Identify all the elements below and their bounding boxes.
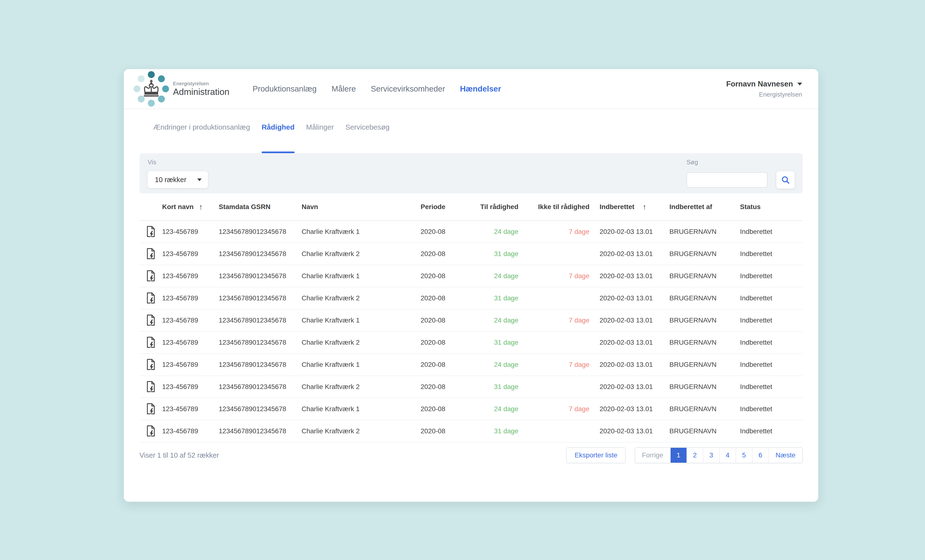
cell-stamdata-gsrn: 123456789012345678	[214, 294, 297, 302]
column-periode: Periode	[416, 203, 482, 211]
sort-ascending-arrow-icon[interactable]: ↑	[199, 203, 203, 211]
rows-per-page-select[interactable]: 10 rækker	[148, 171, 208, 188]
cell-indberettet: 2020-02-03 13.01	[591, 405, 665, 413]
cell-navn: Charlie Kraftværk 2	[297, 250, 416, 258]
main-card: Energistyrelsen Administration Produktio…	[124, 69, 818, 502]
cell-kort-navn: 123-456789	[158, 405, 214, 413]
raadighed-table: Kort navn ↑ Stamdata GSRN Navn Periode T…	[140, 193, 803, 443]
cell-kort-navn: 123-456789	[158, 339, 214, 346]
table-row[interactable]: 123-456789 123456789012345678 Charlie Kr…	[140, 332, 803, 354]
tab-maalinger[interactable]: Målinger	[306, 123, 334, 153]
row-icon-cell	[140, 292, 158, 304]
main-nav: Produktionsanlæg Målere Servicevirksomhe…	[252, 84, 501, 93]
cell-periode: 2020-08	[416, 383, 482, 391]
cell-periode: 2020-08	[416, 361, 482, 369]
nav-item-produktionsanlaeg[interactable]: Produktionsanlæg	[252, 84, 316, 93]
nav-item-maalere[interactable]: Målere	[331, 84, 356, 93]
cell-til-raadighed: 31 dage	[482, 294, 520, 302]
brand-text: Energistyrelsen Administration	[173, 81, 229, 97]
cell-stamdata-gsrn: 123456789012345678	[214, 228, 297, 236]
pagination-page-6[interactable]: 6	[752, 448, 768, 463]
cell-ikke-til-raadighed: 7 dage	[520, 361, 591, 369]
nav-item-haendelser[interactable]: Hændelser	[460, 84, 501, 93]
production-plant-document-icon	[146, 248, 156, 260]
table-header-row: Kort navn ↑ Stamdata GSRN Navn Periode T…	[140, 193, 803, 221]
cell-status: Indberettet	[735, 272, 803, 280]
cell-indberettet-af: BRUGERNAVN	[665, 405, 735, 413]
pagination-page-5[interactable]: 5	[736, 448, 752, 463]
pagination-page-4[interactable]: 4	[719, 448, 736, 463]
search-button[interactable]	[776, 171, 795, 188]
cell-navn: Charlie Kraftværk 2	[297, 383, 416, 391]
cell-indberettet: 2020-02-03 13.01	[591, 361, 665, 369]
pagination-page-3[interactable]: 3	[703, 448, 719, 463]
tab-raadighed[interactable]: Rådighed	[262, 123, 295, 153]
column-indberettet-af: Indberettet af	[665, 203, 735, 211]
column-indberettet-label: Indberettet	[600, 203, 634, 211]
table-row[interactable]: 123-456789 123456789012345678 Charlie Kr…	[140, 310, 803, 332]
sort-ascending-arrow-icon[interactable]: ↑	[643, 203, 646, 211]
cell-til-raadighed: 31 dage	[482, 427, 520, 435]
cell-status: Indberettet	[735, 383, 803, 391]
production-plant-document-icon	[146, 226, 156, 238]
pagination-page-1[interactable]: 1	[670, 448, 687, 463]
user-menu[interactable]: Fornavn Navnesen	[726, 80, 802, 89]
cell-periode: 2020-08	[416, 316, 482, 324]
row-icon-cell	[140, 270, 158, 282]
filter-panel: Vis 10 rækker Søg	[140, 153, 803, 193]
table-row[interactable]: 123-456789 123456789012345678 Charlie Kr…	[140, 420, 803, 443]
cell-periode: 2020-08	[416, 405, 482, 413]
cell-kort-navn: 123-456789	[158, 250, 214, 258]
table-row[interactable]: 123-456789 123456789012345678 Charlie Kr…	[140, 398, 803, 420]
energistyrelsen-logo[interactable]: Energistyrelsen Administration	[133, 71, 229, 107]
column-kort-navn[interactable]: Kort navn ↑	[158, 203, 214, 211]
column-til-raadighed: Til rådighed	[482, 203, 520, 211]
table-row[interactable]: 123-456789 123456789012345678 Charlie Kr…	[140, 243, 803, 265]
search-group: Søg	[687, 158, 795, 188]
cell-stamdata-gsrn: 123456789012345678	[214, 361, 297, 369]
row-icon-cell	[140, 358, 158, 371]
nav-item-servicevirksomheder[interactable]: Servicevirksomheder	[371, 84, 445, 93]
table-row[interactable]: 123-456789 123456789012345678 Charlie Kr…	[140, 221, 803, 243]
table-row[interactable]: 123-456789 123456789012345678 Charlie Kr…	[140, 354, 803, 376]
table-body: 123-456789 123456789012345678 Charlie Kr…	[140, 221, 803, 443]
table-row[interactable]: 123-456789 123456789012345678 Charlie Kr…	[140, 288, 803, 310]
pagination-prev[interactable]: Forrige	[635, 448, 670, 463]
production-plant-document-icon	[146, 314, 156, 327]
pagination-page-2[interactable]: 2	[687, 448, 703, 463]
cell-kort-navn: 123-456789	[158, 361, 214, 369]
pagination-next[interactable]: Næste	[768, 448, 802, 463]
table-row[interactable]: 123-456789 123456789012345678 Charlie Kr…	[140, 265, 803, 288]
cell-ikke-til-raadighed: 7 dage	[520, 272, 591, 280]
user-name: Fornavn Navnesen	[726, 80, 793, 89]
cell-periode: 2020-08	[416, 339, 482, 346]
cell-status: Indberettet	[735, 427, 803, 435]
cell-status: Indberettet	[735, 294, 803, 302]
cell-til-raadighed: 24 dage	[482, 228, 520, 236]
cell-indberettet-af: BRUGERNAVN	[665, 427, 735, 435]
cell-indberettet: 2020-02-03 13.01	[591, 272, 665, 280]
cell-indberettet: 2020-02-03 13.01	[591, 339, 665, 346]
cell-navn: Charlie Kraftværk 1	[297, 361, 416, 369]
cell-indberettet-af: BRUGERNAVN	[665, 294, 735, 302]
tab-servicebesoeg[interactable]: Servicebesøg	[345, 123, 390, 153]
search-input[interactable]	[687, 172, 767, 188]
cell-stamdata-gsrn: 123456789012345678	[214, 405, 297, 413]
column-navn: Navn	[297, 203, 416, 211]
export-list-button[interactable]: Eksporter liste	[566, 447, 625, 463]
column-indberettet[interactable]: Indberettet ↑	[591, 203, 665, 211]
table-row[interactable]: 123-456789 123456789012345678 Charlie Kr…	[140, 376, 803, 398]
column-kort-navn-label: Kort navn	[162, 203, 194, 211]
brand-app: Administration	[173, 87, 229, 97]
chevron-down-icon	[197, 179, 202, 181]
cell-stamdata-gsrn: 123456789012345678	[214, 339, 297, 346]
cell-til-raadighed: 24 dage	[482, 405, 520, 413]
cell-status: Indberettet	[735, 316, 803, 324]
cell-indberettet-af: BRUGERNAVN	[665, 228, 735, 236]
production-plant-document-icon	[146, 336, 156, 349]
cell-indberettet-af: BRUGERNAVN	[665, 383, 735, 391]
cell-navn: Charlie Kraftværk 1	[297, 272, 416, 280]
column-status: Status	[735, 203, 803, 211]
tab-aendringer-i-produktionsanlaeg[interactable]: Ændringer i produktionsanlæg	[153, 123, 250, 153]
vis-label: Vis	[148, 158, 208, 166]
